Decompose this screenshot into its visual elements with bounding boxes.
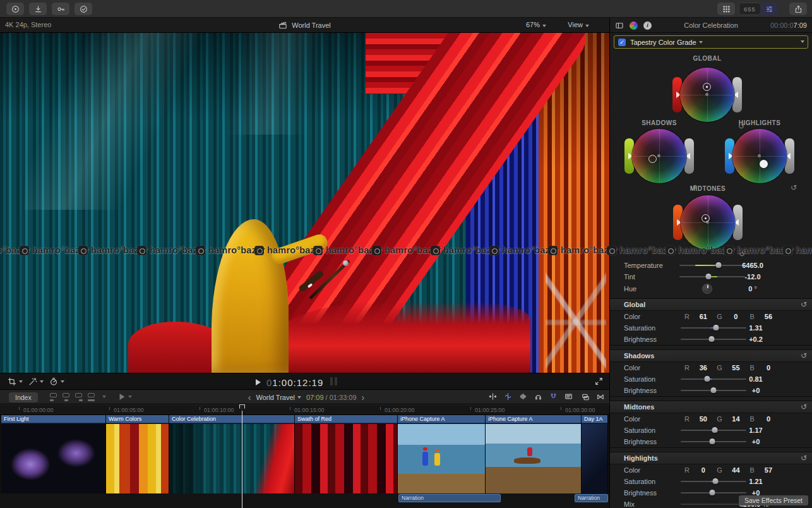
midtones-saturation-value[interactable]: 1.17 (734, 426, 778, 434)
highlights-saturation-value[interactable]: 1.21 (734, 478, 778, 485)
reset-icon[interactable]: ↺ (801, 300, 807, 309)
crop-tool-menu[interactable] (8, 377, 23, 386)
audio-meters[interactable] (328, 377, 337, 388)
clip-iphone-capture-a-1[interactable]: iPhone Capture A (398, 415, 486, 493)
connect-clip-button[interactable] (49, 392, 58, 401)
solo-headphones-icon[interactable] (534, 392, 542, 401)
clip-day-1a[interactable]: Day 1A (582, 415, 608, 493)
checked-tasks-button[interactable] (75, 3, 92, 15)
overwrite-clip-button[interactable] (87, 392, 96, 401)
view-menu[interactable]: View (568, 21, 589, 28)
audio-skimming-icon[interactable] (519, 392, 527, 401)
shadows-color-wheel[interactable]: ↺ (624, 121, 694, 191)
midtones-blue-value[interactable]: 0 (760, 415, 777, 423)
shadows-green-value[interactable]: 55 (727, 364, 744, 372)
global-blue-value[interactable]: 56 (760, 313, 777, 320)
reset-icon[interactable]: ↺ (801, 351, 807, 360)
record-voiceover-button[interactable] (6, 3, 24, 15)
timeline-playhead[interactable] (242, 404, 242, 508)
highlights-wheel-puck[interactable] (760, 160, 768, 168)
back-arrow[interactable]: ‹ (248, 392, 251, 402)
section-title: Shadows (624, 352, 654, 360)
clip-iphone-capture-a-2[interactable]: iPhone Capture A (486, 415, 582, 493)
section-header-highlights[interactable]: Highlights ↺ (610, 452, 812, 464)
expand-viewer-button[interactable] (595, 377, 603, 385)
retime-menu[interactable] (49, 377, 64, 386)
shadows-color-row: Color R36G55B0 (610, 362, 812, 373)
shadows-blue-value[interactable]: 0 (760, 364, 777, 372)
effect-enabled-checkbox[interactable]: ✓ (618, 39, 626, 46)
temperature-value[interactable]: 6465.0 (730, 262, 775, 269)
midtones-color-wheel[interactable]: ↺ (673, 188, 743, 257)
hue-value[interactable]: 0 ° (730, 285, 775, 293)
trim-icon[interactable] (489, 392, 497, 401)
duplicate-windows-icon[interactable] (582, 393, 590, 401)
global-saturation-value[interactable]: 1.31 (734, 324, 778, 332)
section-header-midtones[interactable]: Midtones ↺ (610, 401, 812, 413)
narration-audio-clip[interactable]: Narration (398, 494, 501, 502)
clip-first-light[interactable]: First Light (1, 415, 106, 493)
chevron-down-icon[interactable] (102, 396, 106, 398)
timeline-ruler[interactable]: 01:00:00:00 01:00:05:00 01:00:10:00 01:0… (0, 404, 609, 415)
wheel-center-dot (657, 154, 660, 157)
reset-icon[interactable]: ↺ (801, 402, 807, 411)
snapping-magnet-icon[interactable] (549, 392, 558, 401)
midtones-reset-button[interactable]: ↺ (739, 250, 745, 258)
shadows-brightness-value[interactable]: +0 (734, 387, 778, 394)
highlights-green-value[interactable]: 44 (727, 466, 744, 474)
highlights-blue-value[interactable]: 57 (760, 466, 777, 474)
tools-menu[interactable] (119, 393, 132, 401)
play-icon[interactable] (255, 378, 261, 386)
append-clip-button[interactable] (75, 392, 83, 401)
shadows-saturation-value[interactable]: 0.81 (734, 375, 778, 383)
clip-swath-of-red[interactable]: Swath of Red (295, 415, 398, 493)
shadows-red-value[interactable]: 36 (695, 364, 712, 372)
narration-audio-clip[interactable]: Narration (575, 494, 608, 502)
global-wheel-puck[interactable] (703, 83, 711, 91)
global-green-value[interactable]: 0 (727, 313, 744, 320)
tint-row: Tint -12.0 (610, 271, 812, 282)
clip-warm-colors[interactable]: Warm Colors (106, 415, 169, 493)
section-header-global[interactable]: Global ↺ (610, 299, 812, 311)
ruler-tick-label: 01:00:05:00 (114, 407, 144, 413)
playhead-timecode[interactable]: 01:00:12:19 (266, 377, 323, 388)
midtones-saturation-row: Saturation 1.17 (610, 425, 812, 436)
midtones-wheel-puck[interactable] (702, 214, 710, 222)
clip-appearance-icon[interactable] (564, 392, 573, 401)
zoom-level-menu[interactable]: 67% (526, 21, 546, 28)
timeline-project-menu[interactable]: World Travel (256, 394, 301, 401)
global-red-value[interactable]: 61 (695, 313, 712, 320)
chevron-down-icon (128, 396, 132, 398)
highlights-reset-button[interactable]: ↺ (791, 183, 797, 192)
midtones-red-value[interactable]: 50 (695, 415, 712, 423)
highlights-color-wheel[interactable]: ↺ (725, 121, 794, 191)
viewer-header: 4K 24p, Stereo World Travel 67% View (0, 18, 609, 33)
midtones-green-value[interactable]: 14 (727, 415, 744, 423)
clip-color-celebration[interactable]: Color Celebration (169, 415, 295, 493)
midtones-brightness-value[interactable]: +0 (734, 438, 778, 445)
forward-arrow[interactable]: › (362, 392, 365, 402)
section-header-shadows[interactable]: Shadows ↺ (610, 350, 812, 362)
crossfade-icon[interactable]: ⋈ (597, 392, 604, 401)
save-effects-preset-button[interactable]: Save Effects Preset (739, 495, 808, 505)
ruler-tick-label: 01:00:10:00 (204, 407, 234, 413)
index-count-badge[interactable]: 655 (739, 3, 761, 15)
import-media-button[interactable] (29, 3, 47, 15)
hue-dial[interactable] (702, 284, 712, 294)
effect-dropdown[interactable]: ✓ Tapestry Color Grade (614, 35, 808, 49)
skimming-icon[interactable] (504, 392, 512, 401)
browser-grid-button[interactable] (717, 3, 735, 15)
global-brightness-value[interactable]: +0.2 (734, 336, 778, 343)
tint-value[interactable]: -12.0 (730, 273, 775, 281)
share-button[interactable] (789, 3, 807, 15)
keying-button[interactable] (52, 3, 69, 15)
index-button[interactable]: Index (9, 392, 38, 402)
highlights-red-value[interactable]: 0 (695, 466, 712, 474)
clip-title: Day 1A (582, 415, 607, 423)
reset-icon[interactable]: ↺ (801, 454, 807, 463)
enhancements-menu[interactable] (28, 377, 44, 386)
inspector-toggle-button[interactable] (760, 3, 778, 15)
ruler-tick-label: 01:00:00:00 (23, 407, 54, 413)
shadows-wheel-puck[interactable] (648, 155, 657, 163)
insert-clip-button[interactable] (62, 392, 71, 401)
